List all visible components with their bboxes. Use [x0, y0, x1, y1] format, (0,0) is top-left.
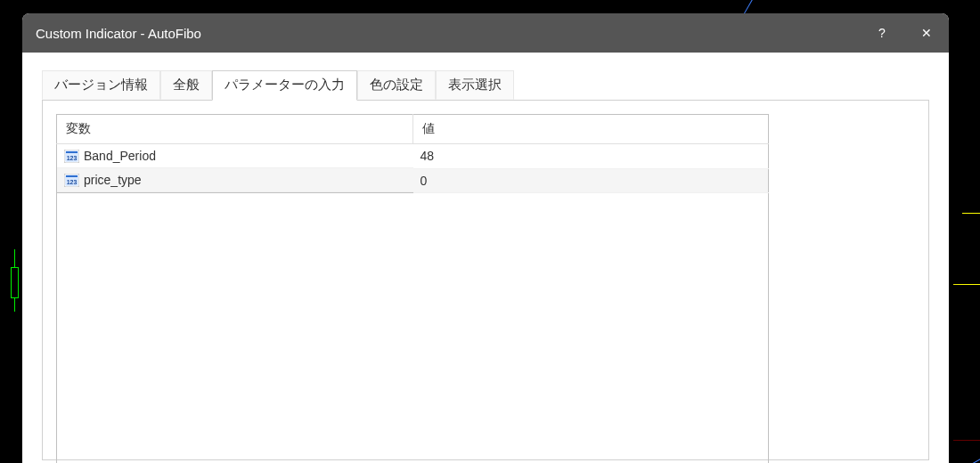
tab-inputs[interactable]: パラメーターの入力	[212, 70, 357, 101]
parameters-table: 変数 値 123	[56, 114, 769, 193]
table-row[interactable]: 123 Band_Period 48	[57, 144, 769, 169]
dialog-title: Custom Indicator - AutoFibo	[36, 26, 860, 41]
chart-line	[953, 284, 980, 285]
tab-content-inputs: 変数 値 123	[42, 100, 929, 460]
table-empty-area	[56, 193, 769, 463]
integer-icon: 123	[64, 150, 79, 163]
chart-line	[947, 456, 980, 463]
help-icon: ?	[878, 26, 886, 40]
tab-general[interactable]: 全般	[160, 70, 212, 100]
svg-rect-2	[66, 151, 78, 153]
chart-line	[962, 213, 980, 214]
param-value[interactable]: 0	[413, 168, 769, 193]
tab-version-info[interactable]: バージョン情報	[42, 70, 160, 100]
svg-rect-6	[66, 175, 78, 177]
column-header-value[interactable]: 値	[413, 115, 769, 144]
column-header-variable[interactable]: 変数	[57, 115, 413, 144]
help-button[interactable]: ?	[860, 13, 904, 53]
close-button[interactable]: ✕	[904, 13, 949, 53]
indicator-properties-dialog: Custom Indicator - AutoFibo ? ✕ バージョン情報 …	[22, 13, 949, 463]
tab-colors[interactable]: 色の設定	[357, 70, 436, 100]
param-name: Band_Period	[84, 149, 156, 163]
svg-text:123: 123	[67, 179, 78, 185]
param-value[interactable]: 48	[413, 144, 769, 169]
titlebar[interactable]: Custom Indicator - AutoFibo ? ✕	[22, 13, 949, 53]
param-name: price_type	[84, 173, 142, 187]
svg-text:123: 123	[67, 155, 78, 161]
tab-display[interactable]: 表示選択	[436, 70, 514, 100]
close-icon: ✕	[921, 26, 932, 40]
tabs: バージョン情報 全般 パラメーターの入力 色の設定 表示選択	[42, 70, 929, 101]
table-row[interactable]: 123 price_type 0	[57, 168, 769, 193]
integer-icon: 123	[64, 174, 79, 187]
dialog-body: バージョン情報 全般 パラメーターの入力 色の設定 表示選択 変数 値	[22, 53, 949, 463]
chart-line	[953, 440, 980, 441]
